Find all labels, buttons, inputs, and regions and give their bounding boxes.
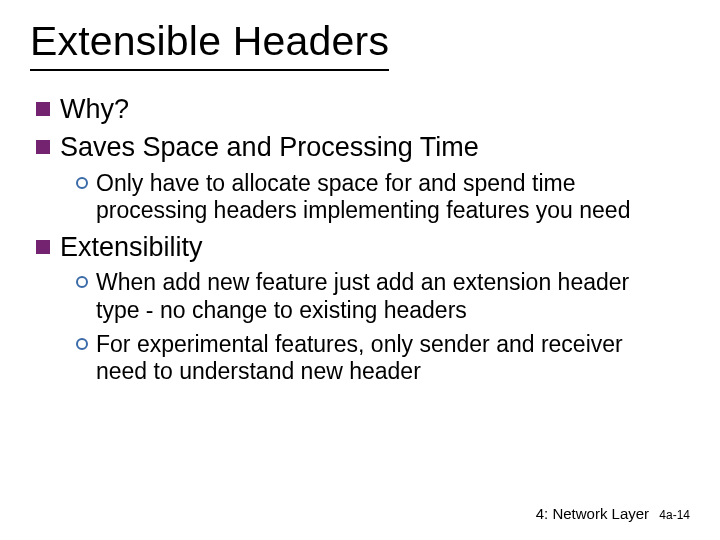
- bullet-text: Extensibility: [60, 231, 203, 263]
- subbullet-text: Only have to allocate space for and spen…: [96, 170, 670, 225]
- subbullet-text: When add new feature just add an extensi…: [96, 269, 670, 324]
- circle-bullet-icon: [76, 177, 88, 189]
- subbullet-allocate-space: Only have to allocate space for and spen…: [76, 170, 690, 225]
- bullet-why: Why?: [36, 93, 690, 125]
- square-bullet-icon: [36, 240, 50, 254]
- circle-bullet-icon: [76, 276, 88, 288]
- subbullet-new-feature: When add new feature just add an extensi…: [76, 269, 690, 324]
- bullet-saves-space: Saves Space and Processing Time: [36, 131, 690, 163]
- footer-section: 4: Network Layer: [536, 505, 649, 522]
- subbullet-experimental: For experimental features, only sender a…: [76, 331, 690, 386]
- slide-title: Extensible Headers: [30, 18, 389, 71]
- footer-page-number: 4a-14: [659, 508, 690, 522]
- square-bullet-icon: [36, 140, 50, 154]
- bullet-text: Why?: [60, 93, 129, 125]
- bullet-extensibility: Extensibility: [36, 231, 690, 263]
- subbullet-text: For experimental features, only sender a…: [96, 331, 670, 386]
- circle-bullet-icon: [76, 338, 88, 350]
- slide: Extensible Headers Why? Saves Space and …: [0, 0, 720, 540]
- bullet-text: Saves Space and Processing Time: [60, 131, 479, 163]
- slide-footer: 4: Network Layer 4a-14: [536, 505, 690, 522]
- square-bullet-icon: [36, 102, 50, 116]
